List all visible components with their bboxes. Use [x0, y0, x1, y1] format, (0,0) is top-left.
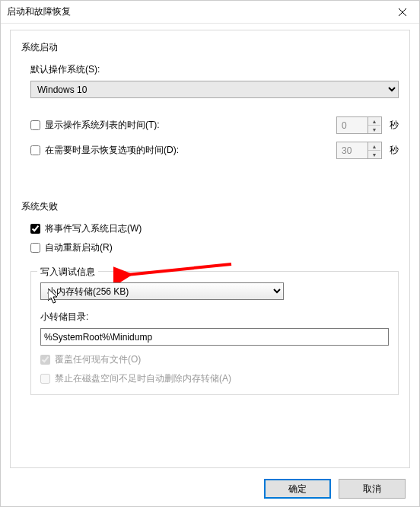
overwrite-checkbox-wrap: 覆盖任何现有文件(O) — [40, 353, 141, 366]
startup-group: 默认操作系统(S): Windows 10 显示操作系统列表的时间(T): ▲ … — [30, 63, 399, 159]
window-title: 启动和故障恢复 — [7, 5, 71, 18]
close-icon — [399, 8, 406, 16]
cancel-button[interactable]: 取消 — [339, 479, 406, 499]
show-os-list-seconds-spinner[interactable]: ▲ ▼ — [336, 116, 382, 134]
show-recovery-seconds-input[interactable] — [337, 142, 368, 158]
no-dump-low-disk-label: 禁止在磁盘空间不足时自动删除内存转储(A) — [55, 372, 231, 385]
auto-restart-checkbox[interactable] — [30, 243, 40, 253]
dump-type-select[interactable]: 小内存转储(256 KB) — [40, 282, 284, 300]
write-event-checkbox[interactable] — [30, 224, 40, 234]
auto-restart-checkbox-wrap[interactable]: 自动重新启动(R) — [30, 241, 113, 254]
failure-group: 将事件写入系统日志(W) 自动重新启动(R) 写入调试信息 小内存转储(256 … — [30, 222, 399, 395]
overwrite-checkbox — [40, 355, 50, 365]
default-os-label: 默认操作系统(S): — [30, 63, 399, 76]
overwrite-label: 覆盖任何现有文件(O) — [55, 353, 141, 366]
dump-dir-input[interactable] — [40, 328, 389, 346]
dialog-buttons: 确定 取消 — [264, 479, 406, 499]
no-dump-low-disk-checkbox-wrap: 禁止在磁盘空间不足时自动删除内存转储(A) — [40, 372, 231, 385]
write-event-checkbox-wrap[interactable]: 将事件写入系统日志(W) — [30, 222, 142, 235]
spin-up-icon[interactable]: ▲ — [368, 117, 380, 125]
show-os-list-checkbox-wrap[interactable]: 显示操作系统列表的时间(T): — [30, 119, 336, 132]
show-recovery-label: 在需要时显示恢复选项的时间(D): — [45, 144, 179, 157]
spin-up-icon[interactable]: ▲ — [368, 142, 380, 150]
debug-info-legend: 写入调试信息 — [37, 266, 98, 279]
seconds-unit-2: 秒 — [390, 144, 399, 157]
startup-group-label: 系统启动 — [21, 41, 399, 54]
failure-group-label: 系统失败 — [21, 200, 399, 213]
debug-info-fieldset: 写入调试信息 小内存转储(256 KB) 小转储目录: 覆盖任何现有文件(O) — [30, 271, 399, 395]
close-button[interactable] — [385, 1, 419, 24]
show-recovery-seconds-spinner[interactable]: ▲ ▼ — [336, 142, 382, 159]
show-os-list-seconds-input[interactable] — [337, 117, 368, 133]
spin-down-icon[interactable]: ▼ — [368, 125, 380, 133]
spin-down-icon[interactable]: ▼ — [368, 150, 380, 158]
spinner-buttons: ▲ ▼ — [368, 142, 380, 158]
seconds-unit: 秒 — [390, 119, 399, 132]
show-os-list-row: 显示操作系统列表的时间(T): ▲ ▼ 秒 — [30, 116, 399, 134]
show-recovery-row: 在需要时显示恢复选项的时间(D): ▲ ▼ 秒 — [30, 142, 399, 159]
show-recovery-checkbox[interactable] — [30, 145, 40, 155]
dialog-window: 启动和故障恢复 系统启动 默认操作系统(S): Windows 10 显示操作系… — [0, 0, 420, 507]
no-dump-low-disk-checkbox — [40, 374, 50, 384]
default-os-select[interactable]: Windows 10 — [30, 81, 399, 98]
content-panel: 系统启动 默认操作系统(S): Windows 10 显示操作系统列表的时间(T… — [10, 30, 410, 468]
titlebar: 启动和故障恢复 — [1, 1, 419, 24]
dump-dir-label: 小转储目录: — [40, 311, 389, 324]
auto-restart-label: 自动重新启动(R) — [45, 241, 113, 254]
write-event-label: 将事件写入系统日志(W) — [45, 222, 142, 235]
ok-button[interactable]: 确定 — [264, 479, 331, 499]
show-recovery-checkbox-wrap[interactable]: 在需要时显示恢复选项的时间(D): — [30, 144, 336, 157]
spinner-buttons: ▲ ▼ — [368, 117, 380, 133]
show-os-list-checkbox[interactable] — [30, 120, 40, 130]
show-os-list-label: 显示操作系统列表的时间(T): — [45, 119, 160, 132]
